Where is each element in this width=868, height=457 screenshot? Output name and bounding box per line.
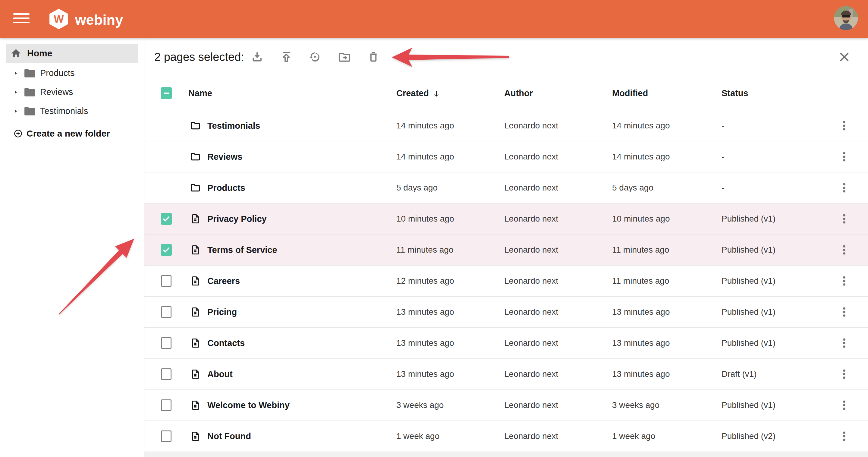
- row-name: Terms of Service: [207, 245, 277, 255]
- row-menu-button[interactable]: [838, 398, 851, 412]
- sidebar-item-products[interactable]: Products: [0, 64, 144, 83]
- row-status: Published (v1): [721, 307, 775, 317]
- page-icon: [190, 276, 201, 286]
- column-header-status[interactable]: Status: [721, 88, 748, 98]
- create-folder-button[interactable]: Create a new folder: [13, 126, 110, 142]
- row-modified: 5 days ago: [612, 183, 653, 193]
- row-checkbox[interactable]: [161, 213, 172, 225]
- move-to-folder-button[interactable]: [337, 50, 352, 64]
- row-status: -: [721, 183, 724, 193]
- row-name: Reviews: [207, 152, 242, 162]
- column-header-created[interactable]: Created: [396, 88, 440, 98]
- user-avatar[interactable]: [834, 6, 858, 30]
- move-to-folder-icon: [337, 50, 352, 64]
- restore-button[interactable]: [308, 50, 322, 64]
- table-row[interactable]: Terms of Service 11 minutes ago Leonardo…: [144, 235, 868, 266]
- table-row[interactable]: Reviews 14 minutes ago Leonardo next 14 …: [144, 142, 868, 173]
- row-status: Published (v1): [721, 245, 775, 255]
- row-menu-button[interactable]: [838, 119, 851, 132]
- table-row[interactable]: Careers 12 minutes ago Leonardo next 11 …: [144, 266, 868, 297]
- table-row[interactable]: About 13 minutes ago Leonardo next 13 mi…: [144, 359, 868, 390]
- row-checkbox[interactable]: [161, 306, 172, 318]
- selection-action-bar: 2 pages selected:: [144, 38, 868, 76]
- folder-tree: Products Reviews Testimonials: [0, 64, 144, 121]
- row-checkbox[interactable]: [161, 244, 172, 256]
- sidebar-item-reviews[interactable]: Reviews: [0, 83, 144, 101]
- page-icon: [190, 244, 201, 255]
- row-menu-button[interactable]: [838, 181, 851, 194]
- row-status: -: [721, 121, 724, 130]
- row-name: Products: [207, 183, 245, 193]
- row-menu-button[interactable]: [838, 274, 851, 287]
- sidebar-item-home[interactable]: Home: [6, 44, 138, 63]
- row-menu-button[interactable]: [838, 243, 851, 256]
- row-menu-button[interactable]: [838, 150, 851, 163]
- row-name: Contacts: [207, 338, 245, 348]
- row-checkbox[interactable]: [161, 275, 172, 287]
- publish-button[interactable]: [279, 50, 293, 64]
- kebab-icon: [838, 315, 851, 319]
- row-checkbox[interactable]: [161, 337, 172, 349]
- webiny-logo: W webiny: [49, 8, 123, 30]
- row-created: 12 minutes ago: [396, 276, 454, 286]
- folder-icon: [23, 67, 36, 80]
- row-modified: 13 minutes ago: [612, 369, 670, 379]
- row-checkbox[interactable]: [161, 430, 172, 442]
- chevron-right-icon[interactable]: [13, 90, 19, 95]
- kebab-icon: [838, 439, 851, 444]
- table-row[interactable]: Pricing 13 minutes ago Leonardo next 13 …: [144, 297, 868, 328]
- column-header-modified[interactable]: Modified: [612, 88, 648, 98]
- hamburger-menu-icon[interactable]: [13, 13, 30, 25]
- row-author: Leonardo next: [504, 214, 558, 224]
- column-header-name[interactable]: Name: [188, 88, 212, 98]
- page-icon: [190, 338, 201, 348]
- table-row[interactable]: Products 5 days ago Leonardo next 5 days…: [144, 173, 868, 204]
- table-row[interactable]: Welcome to Webiny 3 weeks ago Leonardo n…: [144, 390, 868, 421]
- delete-button[interactable]: [366, 50, 381, 64]
- row-status: Published (v1): [721, 214, 775, 224]
- download-button[interactable]: [250, 50, 264, 64]
- row-menu-button[interactable]: [838, 367, 851, 381]
- kebab-icon: [838, 191, 851, 195]
- row-created: 10 minutes ago: [396, 214, 454, 224]
- page-list-panel: 2 pages selected: Name Created: [144, 38, 868, 457]
- avatar-photo: [834, 6, 858, 30]
- row-author: Leonardo next: [504, 183, 558, 193]
- row-modified: 3 weeks ago: [612, 400, 659, 410]
- row-status: Published (v1): [721, 400, 775, 410]
- table-row[interactable]: Testimonials 14 minutes ago Leonardo nex…: [144, 110, 868, 142]
- row-checkbox[interactable]: [161, 399, 172, 411]
- table-row[interactable]: Contacts 13 minutes ago Leonardo next 13…: [144, 328, 868, 359]
- folder-icon: [190, 182, 201, 193]
- row-status: -: [721, 152, 724, 161]
- row-status: Published (v2): [721, 431, 775, 441]
- chevron-right-icon[interactable]: [13, 71, 19, 76]
- row-created: 14 minutes ago: [396, 152, 454, 161]
- row-menu-button[interactable]: [838, 305, 851, 318]
- kebab-icon: [838, 222, 851, 226]
- row-author: Leonardo next: [504, 338, 558, 348]
- table-row[interactable]: Privacy Policy 10 minutes ago Leonardo n…: [144, 204, 868, 235]
- row-menu-button[interactable]: [838, 336, 851, 350]
- sidebar-item-testimonials[interactable]: Testimonials: [0, 101, 144, 121]
- page-icon: [190, 431, 201, 441]
- row-checkbox[interactable]: [161, 368, 172, 380]
- row-menu-button[interactable]: [838, 430, 851, 443]
- sidebar-item-label: Products: [40, 68, 74, 78]
- restore-icon: [308, 50, 322, 64]
- table-row[interactable]: Not Found 1 week ago Leonardo next 1 wee…: [144, 421, 868, 452]
- chevron-right-icon[interactable]: [13, 109, 19, 114]
- webiny-hexagon-icon: W: [49, 8, 68, 30]
- folder-icon: [190, 151, 201, 162]
- row-created: 3 weeks ago: [396, 400, 444, 410]
- column-header-author[interactable]: Author: [504, 88, 533, 98]
- column-header-created-label: Created: [396, 88, 429, 98]
- select-all-checkbox[interactable]: [161, 87, 172, 99]
- row-name: Careers: [207, 276, 240, 286]
- home-icon: [10, 47, 22, 59]
- row-author: Leonardo next: [504, 369, 558, 379]
- close-selection-button[interactable]: [838, 50, 851, 64]
- sidebar-item-label: Testimonials: [40, 106, 88, 116]
- kebab-icon: [838, 129, 851, 133]
- row-menu-button[interactable]: [838, 212, 851, 225]
